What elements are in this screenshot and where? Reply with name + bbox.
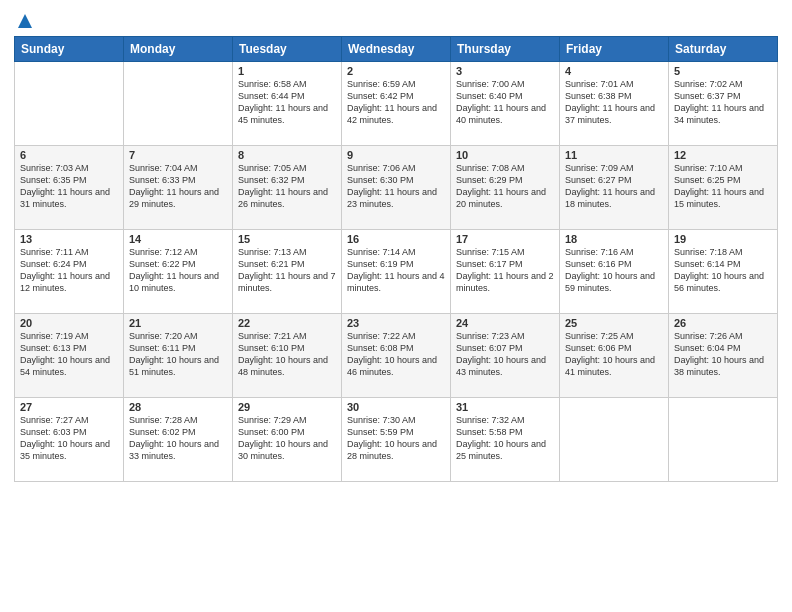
calendar-cell: 23Sunrise: 7:22 AM Sunset: 6:08 PM Dayli… xyxy=(342,314,451,398)
day-number: 9 xyxy=(347,149,445,161)
day-number: 22 xyxy=(238,317,336,329)
logo-icon xyxy=(16,12,34,30)
day-number: 6 xyxy=(20,149,118,161)
day-info: Sunrise: 7:03 AM Sunset: 6:35 PM Dayligh… xyxy=(20,162,118,211)
day-info: Sunrise: 7:28 AM Sunset: 6:02 PM Dayligh… xyxy=(129,414,227,463)
day-info: Sunrise: 7:10 AM Sunset: 6:25 PM Dayligh… xyxy=(674,162,772,211)
day-info: Sunrise: 7:15 AM Sunset: 6:17 PM Dayligh… xyxy=(456,246,554,295)
calendar-cell xyxy=(124,62,233,146)
day-number: 25 xyxy=(565,317,663,329)
day-number: 31 xyxy=(456,401,554,413)
day-info: Sunrise: 7:21 AM Sunset: 6:10 PM Dayligh… xyxy=(238,330,336,379)
day-number: 28 xyxy=(129,401,227,413)
day-info: Sunrise: 7:27 AM Sunset: 6:03 PM Dayligh… xyxy=(20,414,118,463)
calendar-cell: 20Sunrise: 7:19 AM Sunset: 6:13 PM Dayli… xyxy=(15,314,124,398)
day-number: 2 xyxy=(347,65,445,77)
calendar-week-3: 13Sunrise: 7:11 AM Sunset: 6:24 PM Dayli… xyxy=(15,230,778,314)
calendar-cell: 30Sunrise: 7:30 AM Sunset: 5:59 PM Dayli… xyxy=(342,398,451,482)
day-number: 3 xyxy=(456,65,554,77)
calendar-cell xyxy=(15,62,124,146)
day-info: Sunrise: 7:26 AM Sunset: 6:04 PM Dayligh… xyxy=(674,330,772,379)
day-info: Sunrise: 7:30 AM Sunset: 5:59 PM Dayligh… xyxy=(347,414,445,463)
day-number: 5 xyxy=(674,65,772,77)
day-info: Sunrise: 7:11 AM Sunset: 6:24 PM Dayligh… xyxy=(20,246,118,295)
calendar-cell: 17Sunrise: 7:15 AM Sunset: 6:17 PM Dayli… xyxy=(451,230,560,314)
calendar-cell: 7Sunrise: 7:04 AM Sunset: 6:33 PM Daylig… xyxy=(124,146,233,230)
calendar-cell: 18Sunrise: 7:16 AM Sunset: 6:16 PM Dayli… xyxy=(560,230,669,314)
calendar-cell: 31Sunrise: 7:32 AM Sunset: 5:58 PM Dayli… xyxy=(451,398,560,482)
calendar-week-5: 27Sunrise: 7:27 AM Sunset: 6:03 PM Dayli… xyxy=(15,398,778,482)
day-info: Sunrise: 7:23 AM Sunset: 6:07 PM Dayligh… xyxy=(456,330,554,379)
day-number: 18 xyxy=(565,233,663,245)
day-number: 27 xyxy=(20,401,118,413)
day-info: Sunrise: 7:13 AM Sunset: 6:21 PM Dayligh… xyxy=(238,246,336,295)
day-number: 20 xyxy=(20,317,118,329)
day-info: Sunrise: 7:22 AM Sunset: 6:08 PM Dayligh… xyxy=(347,330,445,379)
calendar-cell: 3Sunrise: 7:00 AM Sunset: 6:40 PM Daylig… xyxy=(451,62,560,146)
weekday-header-saturday: Saturday xyxy=(669,37,778,62)
calendar-cell: 22Sunrise: 7:21 AM Sunset: 6:10 PM Dayli… xyxy=(233,314,342,398)
day-number: 21 xyxy=(129,317,227,329)
day-number: 1 xyxy=(238,65,336,77)
day-number: 30 xyxy=(347,401,445,413)
calendar-cell: 6Sunrise: 7:03 AM Sunset: 6:35 PM Daylig… xyxy=(15,146,124,230)
day-info: Sunrise: 7:12 AM Sunset: 6:22 PM Dayligh… xyxy=(129,246,227,295)
calendar-cell: 14Sunrise: 7:12 AM Sunset: 6:22 PM Dayli… xyxy=(124,230,233,314)
day-info: Sunrise: 7:08 AM Sunset: 6:29 PM Dayligh… xyxy=(456,162,554,211)
weekday-header-thursday: Thursday xyxy=(451,37,560,62)
day-info: Sunrise: 7:25 AM Sunset: 6:06 PM Dayligh… xyxy=(565,330,663,379)
header xyxy=(14,10,778,30)
day-number: 12 xyxy=(674,149,772,161)
day-info: Sunrise: 7:16 AM Sunset: 6:16 PM Dayligh… xyxy=(565,246,663,295)
weekday-header-monday: Monday xyxy=(124,37,233,62)
calendar-cell: 15Sunrise: 7:13 AM Sunset: 6:21 PM Dayli… xyxy=(233,230,342,314)
day-number: 29 xyxy=(238,401,336,413)
day-number: 13 xyxy=(20,233,118,245)
calendar-cell: 5Sunrise: 7:02 AM Sunset: 6:37 PM Daylig… xyxy=(669,62,778,146)
day-info: Sunrise: 7:19 AM Sunset: 6:13 PM Dayligh… xyxy=(20,330,118,379)
day-info: Sunrise: 7:32 AM Sunset: 5:58 PM Dayligh… xyxy=(456,414,554,463)
day-info: Sunrise: 7:00 AM Sunset: 6:40 PM Dayligh… xyxy=(456,78,554,127)
day-info: Sunrise: 7:01 AM Sunset: 6:38 PM Dayligh… xyxy=(565,78,663,127)
calendar-cell: 11Sunrise: 7:09 AM Sunset: 6:27 PM Dayli… xyxy=(560,146,669,230)
day-info: Sunrise: 7:14 AM Sunset: 6:19 PM Dayligh… xyxy=(347,246,445,295)
day-info: Sunrise: 7:05 AM Sunset: 6:32 PM Dayligh… xyxy=(238,162,336,211)
calendar-cell: 16Sunrise: 7:14 AM Sunset: 6:19 PM Dayli… xyxy=(342,230,451,314)
calendar-cell: 4Sunrise: 7:01 AM Sunset: 6:38 PM Daylig… xyxy=(560,62,669,146)
calendar-cell: 1Sunrise: 6:58 AM Sunset: 6:44 PM Daylig… xyxy=(233,62,342,146)
calendar-cell xyxy=(669,398,778,482)
day-number: 26 xyxy=(674,317,772,329)
calendar-cell: 21Sunrise: 7:20 AM Sunset: 6:11 PM Dayli… xyxy=(124,314,233,398)
day-number: 8 xyxy=(238,149,336,161)
day-info: Sunrise: 6:59 AM Sunset: 6:42 PM Dayligh… xyxy=(347,78,445,127)
weekday-header-sunday: Sunday xyxy=(15,37,124,62)
day-number: 23 xyxy=(347,317,445,329)
calendar-week-2: 6Sunrise: 7:03 AM Sunset: 6:35 PM Daylig… xyxy=(15,146,778,230)
calendar-cell: 13Sunrise: 7:11 AM Sunset: 6:24 PM Dayli… xyxy=(15,230,124,314)
calendar-cell: 19Sunrise: 7:18 AM Sunset: 6:14 PM Dayli… xyxy=(669,230,778,314)
day-info: Sunrise: 7:18 AM Sunset: 6:14 PM Dayligh… xyxy=(674,246,772,295)
calendar-cell: 29Sunrise: 7:29 AM Sunset: 6:00 PM Dayli… xyxy=(233,398,342,482)
day-number: 24 xyxy=(456,317,554,329)
day-info: Sunrise: 7:02 AM Sunset: 6:37 PM Dayligh… xyxy=(674,78,772,127)
logo xyxy=(14,10,34,30)
calendar-cell: 9Sunrise: 7:06 AM Sunset: 6:30 PM Daylig… xyxy=(342,146,451,230)
calendar-cell: 25Sunrise: 7:25 AM Sunset: 6:06 PM Dayli… xyxy=(560,314,669,398)
day-number: 14 xyxy=(129,233,227,245)
calendar-cell: 24Sunrise: 7:23 AM Sunset: 6:07 PM Dayli… xyxy=(451,314,560,398)
calendar-cell: 2Sunrise: 6:59 AM Sunset: 6:42 PM Daylig… xyxy=(342,62,451,146)
weekday-header-wednesday: Wednesday xyxy=(342,37,451,62)
weekday-header-friday: Friday xyxy=(560,37,669,62)
calendar-week-1: 1Sunrise: 6:58 AM Sunset: 6:44 PM Daylig… xyxy=(15,62,778,146)
weekday-header-tuesday: Tuesday xyxy=(233,37,342,62)
calendar-cell: 27Sunrise: 7:27 AM Sunset: 6:03 PM Dayli… xyxy=(15,398,124,482)
day-number: 15 xyxy=(238,233,336,245)
calendar-cell: 26Sunrise: 7:26 AM Sunset: 6:04 PM Dayli… xyxy=(669,314,778,398)
calendar-cell: 12Sunrise: 7:10 AM Sunset: 6:25 PM Dayli… xyxy=(669,146,778,230)
day-info: Sunrise: 7:06 AM Sunset: 6:30 PM Dayligh… xyxy=(347,162,445,211)
calendar-cell: 8Sunrise: 7:05 AM Sunset: 6:32 PM Daylig… xyxy=(233,146,342,230)
day-number: 19 xyxy=(674,233,772,245)
weekday-header-row: SundayMondayTuesdayWednesdayThursdayFrid… xyxy=(15,37,778,62)
day-info: Sunrise: 7:20 AM Sunset: 6:11 PM Dayligh… xyxy=(129,330,227,379)
day-number: 16 xyxy=(347,233,445,245)
